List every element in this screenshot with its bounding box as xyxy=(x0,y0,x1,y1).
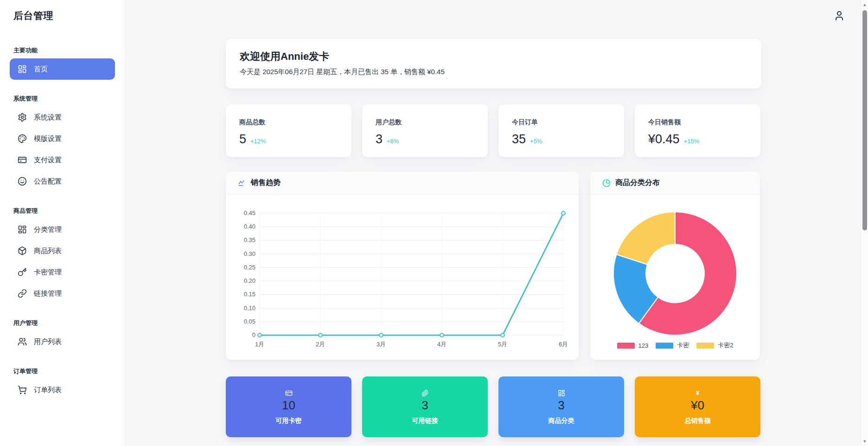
legend-item[interactable]: 卡密2 xyxy=(696,341,733,350)
link-icon xyxy=(18,289,27,298)
stat-value: ¥0.45 xyxy=(648,132,680,147)
paperclip-icon xyxy=(421,389,429,397)
panel-title: 商品分类分布 xyxy=(615,178,660,188)
summary-value: 3 xyxy=(558,398,564,413)
sidebar-item-system-settings[interactable]: 系统设置 xyxy=(10,107,115,128)
key-icon xyxy=(18,268,27,277)
summary-value: 3 xyxy=(421,398,428,413)
sidebar-item-category-management[interactable]: 分类管理 xyxy=(10,219,115,240)
app-title: 后台管理 xyxy=(0,0,125,22)
scroll-down-arrow[interactable]: ▼ xyxy=(861,438,868,445)
vertical-scrollbar: ▲ ▼ xyxy=(861,0,868,446)
category-distribution-header: 商品分类分布 xyxy=(590,172,760,195)
summary-value: 10 xyxy=(282,398,295,413)
svg-text:0.15: 0.15 xyxy=(244,291,255,298)
stat-label: 用户总数 xyxy=(376,118,488,127)
panel-title: 销售趋势 xyxy=(251,178,281,188)
svg-text:1月: 1月 xyxy=(255,341,264,348)
category-distribution-panel: 商品分类分布 123卡密卡密2 xyxy=(590,172,760,360)
yen-icon: ¥ xyxy=(696,389,699,397)
card-icon xyxy=(285,389,293,397)
scrollbar-thumb[interactable] xyxy=(862,10,867,230)
user-icon[interactable] xyxy=(834,10,845,21)
sidebar-item-payment-settings[interactable]: 支付设置 xyxy=(10,149,115,171)
stat-value: 3 xyxy=(376,132,383,147)
svg-text:0.30: 0.30 xyxy=(244,250,255,257)
summary-cards-row: 10 可用卡密 3 可用链接 3 商品分类 ¥ ¥0 总销售额 xyxy=(226,376,760,437)
stat-badge: +12% xyxy=(250,138,266,145)
sales-trend-panel: 销售趋势 1月2月3月4月5月6月00.050.100.150.200.250.… xyxy=(226,172,579,360)
palette-icon xyxy=(18,134,27,143)
summary-card-available-keys[interactable]: 10 可用卡密 xyxy=(226,376,351,437)
legend-label: 123 xyxy=(638,342,649,349)
stat-badge: +5% xyxy=(530,138,542,145)
sidebar-item-label: 用户列表 xyxy=(34,338,62,346)
summary-label: 总销售额 xyxy=(685,417,711,425)
legend-item[interactable]: 卡密 xyxy=(656,341,689,350)
sidebar-item-label: 卡密管理 xyxy=(34,268,62,277)
cart-icon xyxy=(18,385,27,395)
category-distribution-body: 123卡密卡密2 xyxy=(590,195,760,360)
stat-card-users-total: 用户总数 3 +8% xyxy=(362,104,488,157)
stat-cards-row: 商品总数 5 +12% 用户总数 3 +8% 今日订单 35 +5% 今日销售额… xyxy=(226,104,760,157)
svg-text:2月: 2月 xyxy=(316,341,325,348)
sidebar-section-users: 用户管理 xyxy=(13,319,125,327)
legend-label: 卡密2 xyxy=(718,341,733,350)
stat-label: 今日订单 xyxy=(512,118,624,127)
sales-trend-header: 销售趋势 xyxy=(226,172,579,195)
sales-trend-body: 1月2月3月4月5月6月00.050.100.150.200.250.300.3… xyxy=(226,195,579,360)
sales-trend-chart: 1月2月3月4月5月6月00.050.100.150.200.250.300.3… xyxy=(226,195,579,355)
svg-text:0.05: 0.05 xyxy=(244,318,255,325)
sidebar-item-announcement[interactable]: 公告配置 xyxy=(10,171,115,192)
svg-text:0: 0 xyxy=(252,331,255,338)
sidebar-item-home[interactable]: 首页 xyxy=(10,58,115,80)
sidebar: 后台管理 主要功能 首页 系统管理 系统设置 模版设置 支付设置 公告配置 商品… xyxy=(0,0,126,446)
svg-text:6月: 6月 xyxy=(559,341,568,348)
sidebar-item-product-list[interactable]: 商品列表 xyxy=(10,240,115,261)
sidebar-item-order-list[interactable]: 订单列表 xyxy=(10,379,115,401)
stat-card-orders-today: 今日订单 35 +5% xyxy=(498,104,624,157)
sidebar-item-card-key-management[interactable]: 卡密管理 xyxy=(10,261,115,283)
sidebar-item-user-list[interactable]: 用户列表 xyxy=(10,331,115,352)
sidebar-item-label: 支付设置 xyxy=(34,156,62,165)
summary-label: 可用卡密 xyxy=(276,417,302,425)
legend-label: 卡密 xyxy=(677,341,689,350)
sidebar-item-label: 模版设置 xyxy=(34,134,62,143)
svg-text:0.35: 0.35 xyxy=(244,236,255,243)
legend-swatch xyxy=(696,343,714,349)
summary-card-available-links[interactable]: 3 可用链接 xyxy=(362,376,488,437)
summary-label: 可用链接 xyxy=(412,417,438,425)
summary-card-total-sales[interactable]: ¥ ¥0 总销售额 xyxy=(635,376,760,437)
stat-card-sales-today: 今日销售额 ¥0.45 +15% xyxy=(635,104,760,157)
pie-icon xyxy=(602,179,611,187)
svg-text:0.25: 0.25 xyxy=(244,264,255,271)
sidebar-item-label: 分类管理 xyxy=(34,225,62,234)
stat-value: 5 xyxy=(239,132,246,147)
credit-card-icon xyxy=(18,155,27,165)
sidebar-item-label: 链接管理 xyxy=(34,289,62,298)
legend-swatch xyxy=(617,343,635,349)
sidebar-section-orders: 订单管理 xyxy=(13,367,125,376)
svg-text:0.20: 0.20 xyxy=(244,277,255,284)
summary-label: 商品分类 xyxy=(549,417,574,425)
svg-text:0.10: 0.10 xyxy=(244,305,255,312)
sidebar-item-label: 首页 xyxy=(34,65,48,74)
dashboard-icon xyxy=(18,64,27,74)
summary-card-product-categories[interactable]: 3 商品分类 xyxy=(498,376,624,437)
sidebar-section-system: 系统管理 xyxy=(13,95,125,103)
legend-swatch xyxy=(656,343,673,349)
summary-value: ¥0 xyxy=(691,398,704,413)
sidebar-section-main: 主要功能 xyxy=(13,46,125,55)
sidebar-item-link-management[interactable]: 链接管理 xyxy=(10,283,115,304)
sidebar-item-template-settings[interactable]: 模版设置 xyxy=(10,128,115,149)
package-icon xyxy=(18,246,27,255)
legend-item[interactable]: 123 xyxy=(617,342,649,349)
donut-legend: 123卡密卡密2 xyxy=(617,341,734,350)
sidebar-item-label: 商品列表 xyxy=(34,247,62,255)
svg-text:3月: 3月 xyxy=(377,341,386,348)
category-donut-chart xyxy=(610,209,740,338)
stat-value: 35 xyxy=(512,132,526,147)
stat-card-products-total: 商品总数 5 +12% xyxy=(226,104,351,157)
scroll-up-arrow[interactable]: ▲ xyxy=(861,1,868,8)
stat-label: 商品总数 xyxy=(239,118,351,127)
